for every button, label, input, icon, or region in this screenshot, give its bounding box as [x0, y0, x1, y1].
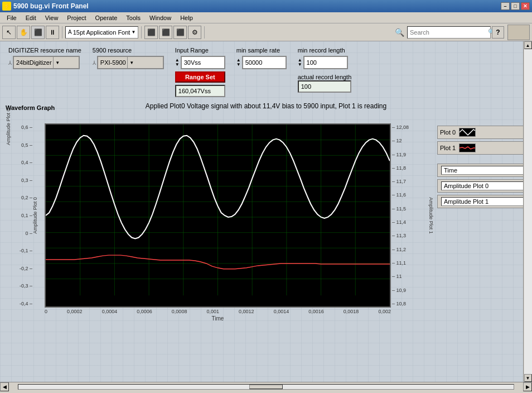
legend-amp1-input[interactable]	[441, 197, 524, 206]
right-scrollbar[interactable]: ▲ ▼	[523, 41, 532, 382]
resize-button[interactable]: ⬛	[173, 26, 187, 39]
font-name: 15pt Application Font	[73, 29, 130, 36]
ni-logo	[507, 25, 530, 40]
menu-help[interactable]: Help	[176, 13, 197, 22]
minimize-button[interactable]: –	[501, 2, 510, 10]
input-range-label: Input Range	[175, 47, 225, 54]
menu-window[interactable]: Window	[145, 13, 176, 22]
font-selector[interactable]: A 15pt Application Font ▼	[65, 26, 138, 39]
sample-rate-field[interactable]: 50000	[242, 56, 287, 69]
actual-record-value: 100	[301, 83, 311, 90]
close-button[interactable]: ✕	[521, 2, 530, 10]
y-right-9: – 11,2	[392, 247, 420, 252]
y-left-3: 0,3 –	[7, 178, 32, 183]
plot1-icon	[460, 144, 475, 152]
y-axis-right: – 12,08 – 12 – 11,9 – 11,8 – 11,7 – 11,6…	[391, 123, 422, 308]
legend-spacer	[437, 157, 526, 161]
sample-rate-control-group: min sample rate ▲ ▼ 50000	[236, 47, 287, 69]
window-title: 5900 bug.vi Front Panel	[13, 2, 89, 10]
record-down-arrow[interactable]: ▼	[298, 63, 302, 67]
resource-dropdown[interactable]: PXI-5900 ▼	[97, 56, 164, 69]
legend-amp0-input[interactable]	[441, 181, 524, 190]
y-left-axis-label: Amplitude Plot 0	[32, 197, 38, 234]
legend-plot1: Plot 1	[437, 141, 526, 155]
graph-title: Waveform Graph	[6, 104, 433, 111]
menu-tools[interactable]: Tools	[122, 13, 145, 22]
x-axis: 0 0,0002 0,0004 0,0006 0,0008 0,001 0,00…	[6, 308, 433, 314]
sample-rate-value: 50000	[245, 59, 263, 66]
min-record-label: min record length	[298, 47, 352, 54]
legend-plot1-color	[459, 143, 476, 152]
maximize-button[interactable]: □	[511, 2, 520, 10]
y-left-6: 0 –	[7, 231, 32, 236]
x-0: 0	[45, 309, 47, 314]
digitizer-control-group: DIGITIZER resource name ⅄ 24bitDigitizer…	[8, 47, 81, 69]
menu-file[interactable]: File	[2, 13, 21, 22]
title-bar-left: ⚡ 5900 bug.vi Front Panel	[2, 2, 89, 11]
y-right-3: – 11,8	[392, 165, 420, 171]
range-set-button[interactable]: Range Set	[175, 71, 225, 83]
y-right-4: – 11,7	[392, 179, 420, 184]
settings-button[interactable]: ⚙	[188, 26, 201, 39]
arrow-tool-button[interactable]: ↖	[2, 26, 16, 39]
range-down-arrow[interactable]: ▼	[175, 63, 180, 67]
digitizer-dropdown[interactable]: 24bitDigitizer ▼	[13, 56, 80, 69]
controls-area: DIGITIZER resource name ⅄ 24bitDigitizer…	[0, 41, 532, 100]
y-right-8: – 11,3	[392, 233, 420, 238]
y-left-8: -0,2 –	[7, 266, 32, 271]
scroll-track	[524, 49, 532, 374]
y-right-axis-label: Amplitude Plot 1	[428, 197, 434, 234]
y-right-5: – 11,6	[392, 192, 420, 198]
scroll-left-button[interactable]: ◀	[0, 382, 9, 391]
legend-amp1-row: 🔒 ↕	[437, 195, 526, 208]
range-set-value: 160,047Vss	[175, 85, 225, 97]
y-left-10: -0,4 –	[7, 301, 32, 306]
pause-button[interactable]: ⏸	[46, 26, 59, 39]
horizontal-scroll-thumb[interactable]	[249, 385, 283, 389]
min-record-field[interactable]: 100	[303, 56, 348, 69]
x-9: 0,0018	[344, 309, 359, 314]
min-record-value: 100	[307, 59, 317, 66]
y-axis-left-label-container: Amplitude Plot 0	[33, 123, 45, 308]
font-dropdown-arrow[interactable]: ▼	[131, 30, 136, 35]
menu-edit[interactable]: Edit	[21, 13, 41, 22]
menu-operate[interactable]: Operate	[91, 13, 122, 22]
search-box[interactable]: 🔍	[407, 26, 491, 39]
actual-record-field: 100	[298, 80, 352, 93]
actual-record-label: actual record length	[298, 74, 352, 80]
y-left-9: -0,3 –	[7, 283, 32, 289]
input-range-field[interactable]: 30Vss	[181, 56, 225, 69]
y-right-7: – 11,4	[392, 219, 420, 225]
legend-plot0: Plot 0	[437, 126, 526, 139]
help-button[interactable]: ?	[492, 26, 504, 39]
digitizer-arrow[interactable]: ▼	[53, 57, 62, 68]
sample-down-arrow[interactable]: ▼	[236, 63, 241, 67]
menu-project[interactable]: Project	[62, 13, 90, 22]
scroll-up-button[interactable]: ▲	[524, 41, 532, 49]
x-8: 0,0016	[308, 309, 324, 314]
align-button[interactable]: ⬛	[144, 26, 158, 39]
legend-time-input[interactable]	[441, 166, 524, 175]
menu-view[interactable]: View	[41, 13, 63, 22]
resource-value: PXI-5900	[100, 59, 126, 66]
search-input[interactable]	[410, 29, 487, 36]
waveform-display[interactable]	[45, 123, 391, 308]
distribute-button[interactable]: ⬛	[159, 26, 172, 39]
hand-tool-button[interactable]: ✋	[17, 26, 30, 39]
horizontal-scroll-track[interactable]	[18, 384, 514, 390]
y-right-6: – 11,5	[392, 206, 420, 212]
resource-arrow[interactable]: ▼	[127, 57, 136, 68]
digitizer-value: 24bitDigitizer	[16, 59, 52, 66]
toolbar-separator-3	[204, 26, 205, 39]
scroll-right-button[interactable]: ▶	[523, 382, 532, 391]
legend-panel: Plot 0 Plot 1 🔒 ↕	[437, 126, 526, 322]
waveform-svg	[46, 124, 390, 306]
title-bar: ⚡ 5900 bug.vi Front Panel – □ ✕	[0, 0, 532, 12]
y-right-11: – 11	[392, 274, 420, 279]
graph-wrapper-outer: Waveform Graph 0,6 – 0,5 – 0,4 – 0,3 – 0…	[6, 114, 433, 322]
stop-button[interactable]: ⬛	[31, 26, 45, 39]
y-axis-left: 0,6 – 0,5 – 0,4 – 0,3 – 0,2 – 0,1 – 0 – …	[6, 123, 33, 308]
scroll-down-button[interactable]: ▼	[524, 374, 532, 382]
y-right-13: – 10,8	[392, 301, 420, 306]
x-3: 0,0006	[137, 309, 152, 314]
